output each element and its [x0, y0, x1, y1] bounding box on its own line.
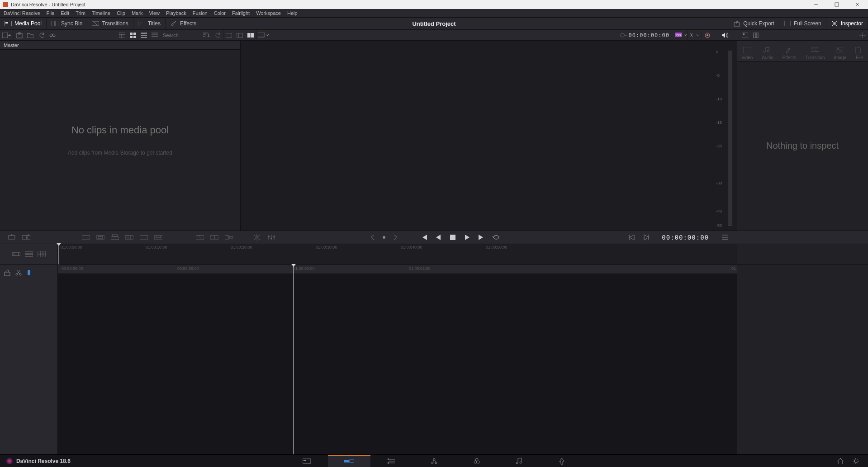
boring-detector-button[interactable]	[223, 30, 234, 41]
media-pool-button[interactable]: Media Pool	[0, 17, 47, 30]
import-folder-button[interactable]	[25, 30, 36, 41]
inspector-tab-effects[interactable]: Effects	[783, 47, 796, 60]
sync-bin-button[interactable]: Sync Bin	[47, 17, 87, 30]
strip-view-button[interactable]	[138, 30, 149, 41]
close-up-button[interactable]	[93, 231, 108, 244]
inspector-subtab-2[interactable]	[750, 30, 761, 41]
media-pool-empty[interactable]: No clips in media pool Add clips from Me…	[0, 50, 240, 231]
tl1-view-b-button[interactable]	[25, 251, 33, 257]
loop-button[interactable]	[489, 231, 503, 244]
play-button[interactable]	[460, 231, 474, 244]
menu-clip[interactable]: Clip	[117, 10, 125, 16]
page-fairlight-button[interactable]	[498, 455, 541, 467]
tl1-view-c-button[interactable]	[38, 251, 46, 257]
page-media-button[interactable]	[285, 455, 328, 467]
menu-file[interactable]: File	[47, 10, 55, 16]
inspector-tab-video[interactable]: Video	[741, 47, 753, 60]
jog-next-button[interactable]	[389, 231, 403, 244]
list-view-button[interactable]	[149, 30, 160, 41]
quick-export-button[interactable]: Quick Export	[729, 17, 779, 30]
upper-timeline-track[interactable]: 01:00:00:00 01:00:10:00 01:00:20:00 01:0…	[58, 244, 737, 264]
jog-dot-button[interactable]	[379, 231, 389, 244]
smooth-cut-button[interactable]	[207, 231, 222, 244]
viewer-timecode[interactable]: 00:00:00:00	[629, 32, 669, 38]
viewer-mode-dropdown[interactable]	[256, 30, 270, 41]
inspector-subtab-1[interactable]	[740, 30, 750, 41]
fast-review-button[interactable]	[618, 30, 629, 41]
mark-in-button[interactable]	[625, 231, 639, 244]
menu-fusion[interactable]: Fusion	[193, 10, 208, 16]
fit-to-fill-button[interactable]	[151, 231, 166, 244]
lower-playhead[interactable]	[293, 265, 294, 455]
effects-button[interactable]: Effects	[166, 17, 201, 30]
tl1-view-a-button[interactable]	[12, 251, 20, 257]
full-screen-button[interactable]: Full Screen	[779, 17, 826, 30]
transitions-button[interactable]: Transitions	[87, 17, 133, 30]
stop-button[interactable]	[446, 231, 460, 244]
titles-button[interactable]: T Titles	[133, 17, 166, 30]
menu-timeline[interactable]: Timeline	[92, 10, 110, 16]
smart-insert-button[interactable]	[5, 231, 19, 244]
breadcrumb[interactable]: Master	[0, 41, 240, 50]
menu-playback[interactable]: Playback	[166, 10, 186, 16]
track-format-dropdown[interactable]: Pxx	[674, 30, 688, 41]
dissolve-button[interactable]	[193, 231, 207, 244]
viewer-panel[interactable]	[241, 41, 713, 231]
menu-fairlight[interactable]: Fairlight	[232, 10, 250, 16]
razor-button[interactable]	[15, 269, 22, 276]
overwrite-button[interactable]	[137, 231, 151, 244]
menu-workspace[interactable]: Workspace	[256, 10, 281, 16]
record-timecode[interactable]: 00:00:00:00	[662, 234, 709, 241]
sliders-button[interactable]	[264, 231, 279, 244]
snap-button[interactable]	[26, 269, 32, 276]
menu-mark[interactable]: Mark	[132, 10, 142, 16]
timeline-link-button[interactable]	[702, 30, 713, 41]
import-media-button[interactable]	[14, 30, 25, 41]
upper-playhead[interactable]	[58, 244, 59, 264]
metadata-view-button[interactable]	[117, 30, 128, 41]
append-button[interactable]	[19, 231, 33, 244]
menu-color[interactable]: Color	[214, 10, 226, 16]
ripple-overwrite-button[interactable]	[79, 231, 93, 244]
menu-view[interactable]: View	[149, 10, 160, 16]
home-button[interactable]	[833, 458, 848, 465]
inspector-expand-button[interactable]	[857, 30, 868, 41]
bin-list-dropdown[interactable]	[0, 30, 14, 41]
menu-edit[interactable]: Edit	[61, 10, 69, 16]
go-first-button[interactable]	[417, 231, 431, 244]
timeline-menu-button[interactable]	[718, 231, 732, 244]
project-settings-button[interactable]	[848, 458, 863, 465]
window-maximize-button[interactable]	[826, 0, 847, 9]
menu-trim[interactable]: Trim	[76, 10, 85, 16]
search-input[interactable]	[160, 33, 201, 38]
strip-detector-button[interactable]	[234, 30, 245, 41]
inspector-tab-transition[interactable]: Transition	[805, 47, 825, 60]
page-color-button[interactable]	[455, 455, 498, 467]
lower-timeline-track[interactable]: 00:59:56:00 00:59:58:00 01:00:00:00 01:0…	[58, 265, 737, 455]
split-view-button[interactable]	[245, 30, 256, 41]
source-tape-button[interactable]	[47, 30, 58, 41]
cut-button[interactable]	[222, 231, 236, 244]
speaker-icon[interactable]	[721, 32, 729, 38]
window-minimize-button[interactable]	[806, 0, 826, 9]
inspector-tab-audio[interactable]: Audio	[762, 47, 773, 60]
window-close-button[interactable]	[847, 0, 868, 9]
menu-davinci[interactable]: DaVinci Resolve	[4, 10, 40, 16]
page-edit-button[interactable]	[370, 455, 413, 467]
go-last-button[interactable]	[474, 231, 489, 244]
lock-timeline-button[interactable]	[4, 269, 11, 276]
inspector-tab-file[interactable]: File	[855, 47, 863, 60]
thumbnail-view-button[interactable]	[128, 30, 138, 41]
inspector-button[interactable]: Inspector	[826, 17, 868, 30]
tools-dropdown[interactable]	[688, 30, 702, 41]
source-overwrite-button[interactable]	[122, 231, 137, 244]
page-deliver-button[interactable]	[541, 455, 583, 467]
resync-button[interactable]	[212, 30, 223, 41]
page-cut-button[interactable]	[328, 455, 370, 467]
inspector-tab-image[interactable]: Image	[834, 47, 846, 60]
place-on-top-button[interactable]	[108, 231, 122, 244]
mark-out-button[interactable]	[639, 231, 654, 244]
timeline-options-button[interactable]	[250, 231, 264, 244]
play-reverse-button[interactable]	[431, 231, 446, 244]
jog-prev-button[interactable]	[365, 231, 379, 244]
